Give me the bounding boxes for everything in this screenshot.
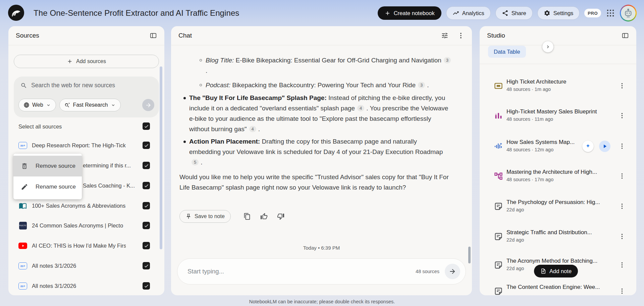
chat-main-bullet: Action Plan Placement: Drafting the copy… (189, 136, 447, 167)
chat-scrollbar[interactable] (468, 247, 471, 263)
chat-header: Chat (171, 26, 472, 45)
avatar-robot-image (621, 6, 636, 20)
settings-button[interactable]: Settings (537, 6, 580, 20)
source-checkbox[interactable] (143, 142, 150, 149)
source-checkbox[interactable] (143, 262, 150, 269)
source-title: AI CEO: THIS is How I'd Make My First ..… (32, 243, 126, 249)
copy-icon[interactable] (244, 213, 251, 220)
item-menu-icon[interactable] (619, 233, 626, 240)
chat-sub-bullet: Blog Title: E-Bike Bikepacking: Essentia… (206, 55, 454, 76)
send-button[interactable] (445, 264, 460, 279)
item-menu-icon[interactable] (619, 288, 626, 295)
thumbs-up-icon[interactable] (260, 213, 268, 220)
source-title: etermining if this r... (83, 162, 131, 169)
citation-chip[interactable]: 3 (418, 82, 425, 88)
research-mode-dropdown[interactable]: Fast Research (59, 99, 121, 111)
add-sources-button[interactable]: Add sources (14, 55, 159, 68)
source-row[interactable]: m+ All notes 3/1/2026 (8, 261, 164, 271)
source-checkbox[interactable] (143, 202, 150, 209)
check-icon (144, 163, 149, 168)
source-row[interactable]: m+ All notes 3/1/2026 (8, 281, 164, 291)
chat-sub-bullet: Podcast: Bikepacking the Backcountry: Po… (206, 80, 454, 90)
citation-chip[interactable]: 3 (444, 57, 451, 63)
check-icon (144, 183, 149, 188)
item-menu-icon[interactable] (619, 261, 626, 268)
play-audio-button[interactable] (599, 141, 610, 152)
web-filter-dropdown[interactable]: Web (18, 99, 56, 111)
create-notebook-button[interactable]: Create notebook (378, 6, 441, 20)
share-label: Share (512, 10, 526, 16)
analytics-icon (452, 10, 459, 16)
source-row[interactable]: PLECTO 24 Common Sales Acronyms | Plecto (8, 220, 164, 231)
thumbs-down-icon[interactable] (277, 213, 284, 220)
more-options-icon[interactable] (457, 32, 465, 39)
select-all-checkbox[interactable] (143, 122, 150, 130)
globe-icon (23, 102, 30, 108)
chat-settings-icon[interactable] (441, 32, 448, 39)
analytics-button[interactable]: Analytics (446, 6, 491, 20)
scroll-chips-right-button[interactable] (542, 41, 553, 52)
source-checkbox[interactable] (143, 282, 150, 290)
chat-panel: Chat Blog Title: E-Bike Bikepacking: Ess… (171, 26, 472, 295)
pin-icon (185, 213, 192, 219)
source-count-label: 48 sources (416, 269, 439, 274)
citation-chip[interactable]: 5 (192, 159, 199, 165)
source-row[interactable]: AI CEO: THIS is How I'd Make My First ..… (8, 241, 164, 251)
bullet-dot (183, 97, 186, 99)
studio-item[interactable]: High-Ticket Mastery Sales Blueprint 48 s… (480, 108, 636, 123)
citation-chip[interactable]: 4 (249, 126, 256, 132)
interactive-mode-button[interactable] (582, 141, 594, 152)
source-checkbox[interactable] (143, 222, 150, 229)
youtube-icon (18, 243, 27, 249)
note-icon (494, 232, 503, 241)
add-note-label: Add note (549, 268, 572, 274)
play-icon (21, 244, 25, 248)
studio-item[interactable]: Strategic Traffic and Distribution... 22… (480, 229, 636, 244)
share-button[interactable]: Share (495, 6, 533, 20)
data-table-chip[interactable]: Data Table (488, 46, 526, 58)
flashcards-icon (494, 81, 503, 91)
search-input[interactable] (31, 82, 152, 89)
check-icon (144, 203, 149, 208)
studio-item[interactable]: How Sales Systems Map... 48 sources · 12… (480, 139, 636, 154)
save-to-note-button[interactable]: Save to note (179, 210, 231, 223)
check-icon (144, 243, 149, 248)
message-actions: Save to note (179, 210, 284, 223)
studio-header: Studio (480, 26, 636, 45)
notebook-title[interactable]: The One-Sentence Profit Extractor and AI… (34, 0, 239, 26)
item-menu-icon[interactable] (619, 112, 626, 119)
studio-item[interactable]: High Ticket Architecture 48 sources · 1m… (480, 79, 636, 93)
rename-source-menu-item[interactable]: Rename source (13, 176, 82, 197)
collapse-panel-icon[interactable] (150, 32, 157, 39)
studio-divider (480, 64, 636, 64)
source-checkbox[interactable] (143, 182, 150, 189)
analytics-label: Analytics (462, 10, 484, 16)
apps-grid-icon[interactable] (606, 8, 615, 18)
source-row[interactable]: 100+ Sales Acronyms & Abbreviations... (8, 201, 164, 211)
item-menu-icon[interactable] (619, 203, 626, 210)
source-row[interactable]: m+ Deep Research Report: The High-Tick..… (8, 140, 164, 150)
remove-source-menu-item[interactable]: Remove source (13, 156, 82, 176)
notebooklm-logo-icon[interactable] (8, 5, 24, 21)
item-menu-icon[interactable] (619, 82, 626, 89)
chat-input[interactable] (187, 268, 416, 275)
studio-item[interactable]: The Psychology of Persuasion: Hig... 22d… (480, 199, 636, 214)
add-note-button[interactable]: Add note (534, 265, 578, 277)
studio-item[interactable]: Mastering the Architecture of High... 48… (480, 169, 636, 184)
plus-icon (67, 58, 73, 64)
studio-item[interactable]: The Content Creation Engine: Wee... (480, 284, 636, 295)
fast-research-icon (64, 102, 70, 108)
item-menu-icon[interactable] (619, 172, 626, 180)
search-submit-button[interactable] (142, 99, 154, 111)
note-icon (494, 202, 503, 211)
source-checkbox[interactable] (143, 242, 150, 249)
citation-chip[interactable]: 4 (357, 105, 364, 111)
sources-scrollbar[interactable] (160, 66, 162, 249)
item-menu-icon[interactable] (619, 143, 626, 150)
source-context-menu: Remove source Rename source (13, 154, 82, 199)
avatar[interactable] (620, 5, 637, 21)
chat-input-container: 48 sources (177, 258, 466, 285)
expand-panel-icon[interactable] (622, 32, 629, 39)
source-checkbox[interactable] (143, 162, 150, 169)
chevron-down-icon (111, 103, 116, 108)
